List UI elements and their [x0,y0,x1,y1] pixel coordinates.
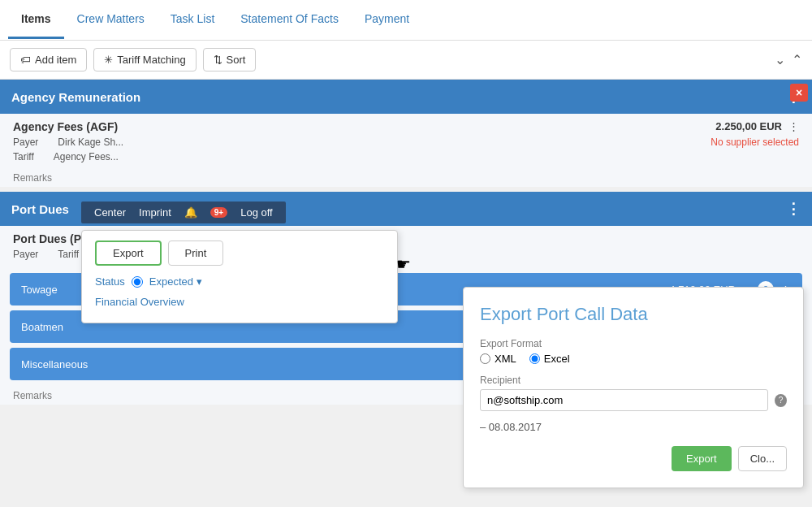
port-dues-more-icon[interactable]: ⋮ [786,200,801,218]
bell-icon[interactable]: 🔔 [184,206,197,219]
recipient-label: Recipient [480,375,787,386]
status-label: Status [95,275,125,288]
port-dues-title: Port Dues [11,202,69,216]
tag-icon: 🏷 [20,54,31,66]
tariff-matching-button[interactable]: ✳ Tariff Matching [93,48,196,72]
excel-radio[interactable] [529,353,540,364]
print-button[interactable]: Print [168,240,224,266]
agency-remuneration-content: Agency Fees (AGF) 2.250,00 EUR ⋮ Payer D… [0,114,812,187]
expected-chevron-icon: ▾ [197,275,202,288]
logoff-button[interactable]: Log off [240,206,273,219]
collapse-button[interactable]: ⌄ [775,52,785,67]
port-payer-label: Payer [13,249,38,260]
recipient-input[interactable] [480,389,768,411]
main-content: Agency Remuneration ⋮ Agency Fees (AGF) … [0,80,812,507]
export-format-section: Export Format XML Excel [480,338,787,365]
overlay-menubar: Center Imprint 🔔 9+ Log off [81,202,286,223]
recipient-row: ? [480,389,787,411]
sort-label: Sort [227,54,246,66]
tab-task-list[interactable]: Task List [158,1,227,39]
payer-value: Dirk Kage Sh... [58,136,123,148]
sort-button[interactable]: ⇅ Sort [203,48,257,72]
export-format-label: Export Format [480,338,787,349]
center-menu-item[interactable]: Center [94,206,126,219]
date-range: – 08.08.2017 [480,421,787,433]
expected-radio[interactable] [132,276,143,288]
export-popup: Export Print Status Expected ▾ Financial… [81,230,398,323]
recipient-section: Recipient ? [480,375,787,411]
info-icon: ? [775,394,787,407]
export-button[interactable]: Export [95,240,162,266]
agency-fees-meta: Payer Dirk Kage Sh... No supplier select… [13,136,799,148]
status-row: Status Expected ▾ [95,275,384,288]
boatmen-name: Boatmen [21,321,63,333]
export-panel-actions: Export Clo... [480,446,787,471]
agency-remuneration-header: Agency Remuneration ⋮ [0,80,812,114]
asterisk-icon: ✳ [104,54,113,66]
export-popup-buttons: Export Print [95,240,384,266]
export-panel-export-button[interactable]: Export [672,446,732,471]
agency-fees-amount: 2.250,00 EUR [715,120,782,132]
agency-fees-title: Agency Fees (AGF) [13,120,118,133]
payer-label: Payer [13,136,38,148]
financial-overview-link[interactable]: Financial Overview [95,291,384,313]
notification-badge: 9+ [210,207,227,218]
add-item-button[interactable]: 🏷 Add item [10,48,87,72]
export-port-call-title: Export Port Call Data [480,304,787,325]
date-section: – 08.08.2017 [480,421,787,433]
tariff-meta: Tariff Agency Fees... [13,151,799,162]
format-options-row: XML Excel [480,353,787,365]
export-port-call-panel: Export Port Call Data Export Format XML … [463,287,804,488]
misc-name: Miscellaneous [21,358,88,370]
tariff-label: Tariff [13,151,34,162]
toolbar-right: ⌄ ⌃ [775,52,802,67]
xml-label: XML [495,353,516,365]
excel-option[interactable]: Excel [529,353,570,365]
agency-remarks: Remarks [0,169,812,187]
close-x-button[interactable]: × [790,84,808,102]
port-tariff-label: Tariff [58,249,79,260]
expected-label: Expected [149,275,193,288]
tab-items[interactable]: Items [8,1,64,39]
tabs-bar: Items Crew Matters Task List Statement O… [0,0,812,41]
tab-payment[interactable]: Payment [352,1,422,39]
expand-button[interactable]: ⌃ [792,52,802,67]
sort-icon: ⇅ [214,54,222,66]
add-item-label: Add item [35,54,76,66]
agency-fees-row: Agency Fees (AGF) 2.250,00 EUR ⋮ Payer D… [0,114,812,169]
tariff-matching-label: Tariff Matching [117,54,185,66]
imprint-menu-item[interactable]: Imprint [139,206,171,219]
excel-label: Excel [544,353,570,365]
xml-radio[interactable] [480,353,490,364]
tab-crew-matters[interactable]: Crew Matters [64,1,158,39]
no-supplier-status: No supplier selected [710,136,799,148]
export-panel-close-button[interactable]: Clo... [738,446,787,471]
expected-dropdown[interactable]: Expected ▾ [149,275,202,288]
tab-statement-of-facts[interactable]: Statement Of Facts [227,1,352,39]
towage-name: Towage [21,284,58,296]
agency-fees-more-icon[interactable]: ⋮ [788,120,799,132]
tariff-value: Agency Fees... [54,151,119,162]
xml-option[interactable]: XML [480,353,516,365]
agency-remuneration-title: Agency Remuneration [11,90,140,104]
toolbar: 🏷 Add item ✳ Tariff Matching ⇅ Sort ⌄ ⌃ [0,41,812,80]
